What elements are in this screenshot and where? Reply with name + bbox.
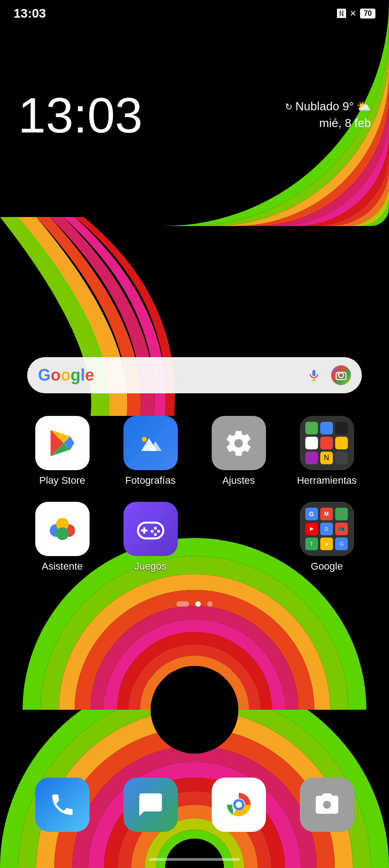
weather-line: ↻ Nublado 9° ⛅: [285, 99, 371, 113]
google-folder-label: Google: [311, 561, 343, 572]
svg-point-21: [154, 533, 157, 536]
app-row-2: Asistente Juegos . G M 📍 ▶ D: [18, 502, 371, 572]
svg-point-1: [151, 666, 238, 754]
search-bar[interactable]: Google: [27, 357, 362, 393]
weather-widget: ↻ Nublado 9° ⛅ mié, 8 feb: [285, 90, 371, 130]
nfc-icon: 🅽: [337, 9, 346, 19]
google-folder-icon: G M 📍 ▶ D 📺 T ★ G: [300, 502, 354, 556]
page-dot-3: [207, 601, 213, 607]
assistant-icon: [35, 502, 90, 556]
app-settings[interactable]: Ajustes: [203, 416, 275, 486]
status-icons: 🅽 ✕ 70: [337, 9, 375, 19]
svg-point-10: [142, 437, 147, 442]
weather-text: Nublado 9°: [295, 99, 354, 113]
photos-icon: [123, 416, 178, 470]
status-time: 13:03: [14, 6, 46, 21]
svg-point-18: [154, 527, 157, 529]
app-google-folder[interactable]: G M 📍 ▶ D 📺 T ★ G Google: [291, 502, 363, 572]
camera-lens-icon[interactable]: [331, 365, 351, 385]
tools-folder-icon: N: [300, 416, 354, 470]
settings-icon: [212, 416, 266, 470]
status-bar: 13:03 🅽 ✕ 70: [0, 0, 389, 27]
app-photos[interactable]: Fotografías: [114, 416, 187, 486]
app-assistant[interactable]: Asistente: [26, 502, 99, 572]
app-tools[interactable]: N Herramientas: [291, 416, 363, 486]
page-dot-2: [195, 601, 201, 607]
battery-icon: 70: [360, 9, 375, 19]
settings-label: Ajustes: [222, 475, 255, 486]
app-games[interactable]: Juegos: [114, 502, 187, 572]
signal-x-icon: ✕: [350, 9, 356, 19]
weather-icon: ⛅: [356, 99, 371, 113]
tools-label: Herramientas: [297, 475, 356, 486]
phone-icon: [35, 778, 90, 832]
page-dot-1: [176, 601, 189, 607]
refresh-icon: ↻: [285, 101, 293, 112]
svg-point-25: [236, 802, 242, 808]
app-playstore[interactable]: Play Store: [26, 416, 99, 486]
assistant-label: Asistente: [42, 561, 83, 572]
clock-widget: 13:03 ↻ Nublado 9° ⛅ mié, 8 feb: [0, 90, 389, 140]
home-indicator: [149, 858, 240, 861]
games-icon: [123, 502, 178, 556]
google-logo: Google: [38, 366, 94, 385]
messages-icon: [123, 778, 178, 832]
chrome-icon: [212, 778, 266, 832]
svg-point-19: [157, 530, 160, 533]
app-row-1: Play Store Fotografías Ajustes: [18, 416, 371, 486]
svg-rect-2: [313, 370, 316, 376]
svg-point-7: [337, 373, 339, 374]
games-label: Juegos: [134, 561, 166, 572]
page-indicators: [0, 601, 389, 607]
camera-icon: [300, 778, 354, 832]
dock-chrome[interactable]: [212, 778, 266, 832]
dock: [18, 769, 371, 841]
playstore-icon: [35, 416, 90, 470]
dock-messages[interactable]: [123, 778, 178, 832]
photos-label: Fotografías: [125, 475, 176, 486]
svg-point-5: [339, 373, 344, 378]
weather-date: mié, 8 feb: [285, 116, 371, 130]
dock-camera[interactable]: [300, 778, 354, 832]
dock-phone[interactable]: [35, 778, 90, 832]
svg-point-14: [56, 528, 69, 540]
clock-display: 13:03: [18, 90, 285, 140]
svg-point-20: [151, 530, 153, 533]
microphone-icon[interactable]: [304, 365, 324, 385]
playstore-label: Play Store: [39, 475, 85, 486]
